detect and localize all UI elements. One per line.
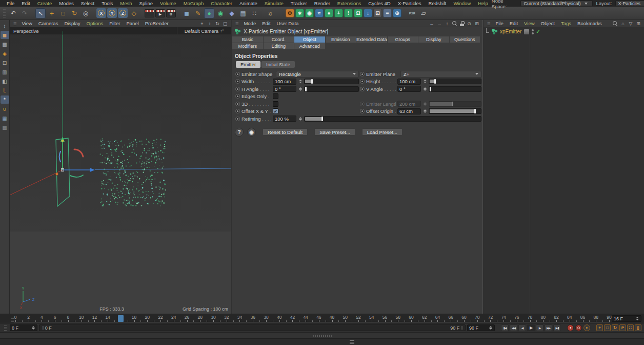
tab-coord-[interactable]: Coord. — [264, 36, 294, 43]
light-icon[interactable]: ☼ — [265, 8, 275, 18]
primitive-cube-icon[interactable]: ◼ — [182, 8, 192, 18]
lock-icon[interactable] — [460, 21, 464, 26]
transport-grip[interactable] — [4, 325, 7, 331]
xp-sphere-icon[interactable]: ● — [325, 9, 333, 17]
offset-origin-stepper[interactable] — [422, 108, 427, 114]
visibility-toggle-dots[interactable] — [532, 29, 534, 34]
record-scale-toggle[interactable]: □ — [604, 324, 611, 331]
menu-mograph[interactable]: MoGraph — [180, 0, 208, 7]
xp-data-icon[interactable]: = — [383, 9, 392, 17]
volume-icon[interactable]: ◆ — [227, 8, 237, 18]
status-menu-icon[interactable] — [350, 340, 354, 344]
record-pla-toggle[interactable]: ∷ — [627, 324, 634, 331]
polygons-mode-icon[interactable]: ◧ — [1, 77, 9, 85]
add-panel-icon[interactable]: ⊞ — [636, 21, 641, 26]
z-axis-lock-icon[interactable]: Z — [118, 8, 128, 18]
menu-extensions[interactable]: Extensions — [334, 0, 365, 7]
tab-object[interactable]: Object — [294, 36, 325, 43]
xp-group-icon[interactable]: ◉ — [305, 9, 314, 17]
menu-window[interactable]: Window — [450, 0, 474, 7]
tab-questions[interactable]: Questions — [450, 36, 480, 43]
keyframe-selection-button[interactable] — [583, 324, 590, 331]
camera-swap-icon[interactable]: ↕° — [220, 29, 224, 33]
panel-menu-icon[interactable]: ≡ — [11, 21, 18, 27]
tab-extended-data[interactable]: Extended Data — [356, 36, 387, 43]
redo-icon[interactable]: ↷ — [19, 8, 30, 18]
emitter-plane-select[interactable]: Z+ — [400, 71, 481, 78]
dolly-view-icon[interactable]: ↕ — [207, 21, 212, 26]
menu-tools[interactable]: Tools — [98, 0, 116, 7]
om-menu-bookmarks[interactable]: Bookmarks — [574, 21, 605, 26]
viewport-canvas[interactable]: Perspective Default Camera ↕° — [10, 27, 231, 314]
search-icon[interactable] — [613, 21, 618, 26]
move-tool-icon[interactable]: + — [47, 8, 57, 18]
layout-select[interactable]: X-Particles — [615, 1, 644, 6]
retiming-stepper[interactable] — [298, 116, 303, 122]
reset-to-default-button[interactable]: Reset to Default — [263, 128, 308, 136]
next-frame-button[interactable]: ▶ — [536, 324, 544, 331]
anim-dot-edges-only[interactable] — [235, 94, 240, 99]
subtab-initial-state[interactable]: Initial State — [261, 61, 295, 68]
xp-cache-icon[interactable]: ⊡ — [373, 9, 382, 17]
edges-mode-icon[interactable]: ▥ — [1, 68, 9, 76]
y-axis-lock-icon[interactable]: Y — [107, 8, 117, 18]
range-end-stepper[interactable] — [488, 325, 493, 331]
xp-question-icon[interactable]: ! — [344, 9, 353, 17]
panel-menu-icon[interactable]: ≡ — [233, 21, 240, 27]
record-parameter-toggle[interactable]: P — [619, 324, 626, 331]
range-left-grip[interactable]: ‖ — [42, 325, 44, 331]
viewport-menu-options[interactable]: Options — [84, 21, 107, 26]
home-icon[interactable]: ⌂ — [620, 21, 626, 26]
om-menu-file[interactable]: File — [492, 21, 506, 26]
h-angle-stepper[interactable] — [298, 86, 303, 92]
deformer-icon[interactable]: ▦ — [238, 8, 248, 18]
subtab-emitter[interactable]: Emitter — [236, 61, 260, 68]
anim-dot-offset-x-y[interactable] — [235, 109, 240, 113]
v-angle-stepper[interactable] — [422, 86, 427, 92]
current-frame-field[interactable]: 16 F — [612, 315, 641, 322]
render-settings-icon[interactable]: ⚙ — [166, 9, 176, 17]
autokeying-button[interactable] — [575, 324, 582, 331]
last-tool-icon[interactable]: ◎ — [80, 8, 91, 18]
xp-organics-icon[interactable]: Ω — [354, 9, 363, 17]
maximize-view-icon[interactable]: ▢ — [223, 21, 228, 26]
retiming-slider[interactable] — [304, 116, 481, 122]
toolbar-grip[interactable] — [3, 9, 6, 17]
tab-modifiers[interactable]: Modifiers — [232, 43, 263, 49]
range-end-field[interactable]: 90 F — [467, 324, 495, 331]
menu-help[interactable]: Help — [474, 0, 492, 7]
viewport-menu-filter[interactable]: Filter — [106, 21, 123, 26]
preview-range-slider[interactable]: ‖ 0 F 90 F ‖ — [39, 324, 466, 331]
prev-key-button[interactable]: ◀◀ — [510, 324, 517, 331]
menu-mesh[interactable]: Mesh — [116, 0, 135, 7]
xp-system-icon[interactable]: ⚙ — [286, 9, 294, 17]
menu-tracker[interactable]: Tracker — [287, 0, 311, 7]
emitter-length-slider[interactable] — [429, 101, 481, 107]
search-icon[interactable] — [452, 21, 457, 26]
prev-frame-button[interactable]: ◀ — [518, 324, 526, 331]
scale-tool-icon[interactable]: □ — [58, 8, 68, 18]
height-value-field[interactable]: 100 cm — [397, 79, 421, 85]
panel-menu-icon[interactable]: ≡ — [485, 21, 492, 27]
record-rotation-toggle[interactable]: ↻ — [612, 324, 618, 331]
goto-start-button[interactable]: ▮◀ — [501, 324, 509, 331]
tab-advanced[interactable]: Advanced — [294, 43, 325, 49]
gizmo-x-handle[interactable] — [56, 173, 58, 176]
play-button[interactable]: ▶ — [527, 324, 535, 331]
pan-view-icon[interactable]: + — [199, 21, 205, 26]
gizmo-y-handle[interactable] — [62, 140, 64, 142]
new-panel-icon[interactable]: ⊞ — [474, 21, 479, 26]
menu-volume[interactable]: Volume — [156, 0, 180, 7]
axis-mode-icon[interactable]: L — [1, 86, 9, 94]
3d-checkbox[interactable] — [273, 101, 278, 107]
render-picture-viewer-icon[interactable]: ▶ — [155, 9, 165, 17]
gizmo-center-handle[interactable] — [62, 169, 64, 171]
xp-action-icon[interactable]: + — [334, 9, 343, 17]
range-start-stepper[interactable] — [31, 325, 35, 331]
load-preset-button[interactable]: Load Preset... — [362, 128, 402, 136]
magnet-snap-icon[interactable]: ∪ — [1, 105, 9, 113]
om-menu-view[interactable]: View — [521, 21, 537, 26]
record-position-toggle[interactable]: + — [596, 324, 603, 331]
anim-dot-emitter-shape[interactable] — [235, 72, 240, 76]
model-mode-icon[interactable]: ◼ — [1, 31, 9, 39]
